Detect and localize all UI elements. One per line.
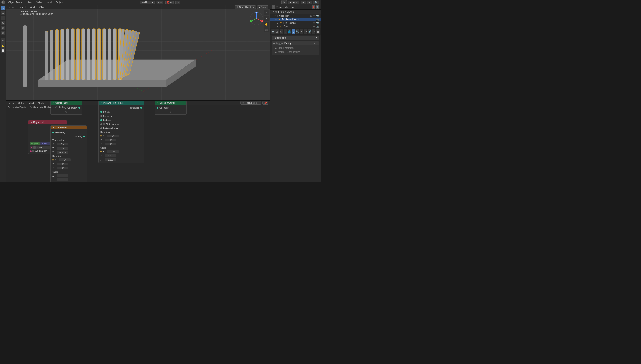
- scale-tool[interactable]: ⊡: [1, 26, 5, 30]
- camera-view[interactable]: 🎥: [264, 28, 269, 32]
- scale-x-field[interactable]: 1.000: [57, 174, 68, 177]
- search[interactable]: 🔍: [313, 1, 319, 4]
- collection-camera[interactable]: 📷: [316, 14, 319, 17]
- menu-view[interactable]: View: [26, 1, 33, 4]
- trans-z-field[interactable]: 0.34 m: [57, 151, 68, 154]
- output-attrs-expand[interactable]: ▶ Output Attributes: [273, 46, 317, 50]
- move-tool[interactable]: ✥: [1, 16, 5, 20]
- modifier-expand-icon[interactable]: ▶: [273, 42, 275, 44]
- snap-toggle[interactable]: 🧲 ∿: [165, 1, 173, 4]
- vp-select[interactable]: Select: [18, 6, 27, 8]
- annotate-tool[interactable]: ✏: [1, 38, 5, 43]
- dup-camera[interactable]: 📷: [316, 18, 319, 21]
- material-btn[interactable]: ⬤: [316, 29, 319, 34]
- cursor-tool[interactable]: ⊕: [1, 11, 5, 15]
- screen-layout[interactable]: ≡: [307, 1, 312, 4]
- rot-y-field[interactable]: 0°: [57, 162, 68, 165]
- spoke-camera[interactable]: 📷: [316, 25, 319, 28]
- breadcrumb-item-2[interactable]: Railing: [59, 106, 66, 109]
- viewport-gizmo[interactable]: Z X Y: [250, 12, 263, 25]
- physics-btn[interactable]: ⚙: [304, 29, 307, 34]
- proportional-edit[interactable]: ⊡: [175, 1, 180, 4]
- menu-add[interactable]: Add: [46, 1, 53, 4]
- internal-deps-expand[interactable]: ▶ Internal Dependencies: [273, 50, 317, 54]
- trans-y-field[interactable]: 0 m: [57, 147, 68, 150]
- menu-select[interactable]: Select: [35, 1, 44, 4]
- instance-on-points-node[interactable]: ▼ Instance on Points Instances Points: [98, 101, 144, 163]
- obj-remove-btn[interactable]: ×: [44, 146, 45, 149]
- iop-pick-checkbox[interactable]: [103, 123, 105, 125]
- add-cube-tool[interactable]: ⬜: [1, 48, 5, 53]
- original-btn[interactable]: Original: [30, 142, 40, 145]
- vp-view[interactable]: View: [8, 6, 15, 8]
- render-props-btn[interactable]: 📷: [271, 29, 274, 34]
- editor-type[interactable]: ⊞: [301, 1, 306, 4]
- rotate-tool[interactable]: ↻: [1, 21, 5, 25]
- iop-scale-y-field[interactable]: 1.000: [105, 154, 116, 157]
- zoom-in[interactable]: +: [264, 10, 269, 15]
- collection-item-spoke[interactable]: ▶ ▼ Spoke 👁 📷: [270, 25, 320, 28]
- pivot-mode[interactable]: ⊙ ▾: [157, 1, 163, 4]
- collection-item-duplicated-verts[interactable]: ▼ ▼ Duplicated Verts 👁 📷: [270, 18, 320, 21]
- engine-mode[interactable]: Object Mode: [7, 1, 23, 4]
- world-props-btn[interactable]: 🌐: [288, 29, 291, 34]
- gi-add-socket[interactable]: [65, 111, 67, 112]
- search-icon[interactable]: 🔍: [316, 6, 319, 9]
- transform-mode[interactable]: ⊕ Global ▾: [140, 1, 155, 4]
- modifier-render-icon[interactable]: 📷: [278, 42, 281, 44]
- go-add-socket[interactable]: [170, 111, 171, 112]
- viewport-shading[interactable]: ● ◑ □ □: [288, 1, 299, 4]
- svg-text:Z: Z: [256, 12, 257, 14]
- spoke-eye[interactable]: 👁: [313, 25, 315, 28]
- measure-tool[interactable]: 📐: [1, 43, 5, 48]
- viewport-3d[interactable]: View Select Add Object ⊙ Object Mode ▾ ●…: [6, 5, 270, 101]
- iop-scale-x-field[interactable]: 1.000: [107, 150, 119, 153]
- as-instance-checkbox[interactable]: [33, 150, 34, 152]
- iop-rot-x-field[interactable]: 0°: [107, 134, 119, 137]
- menu-object[interactable]: Object: [55, 1, 64, 4]
- breadcrumb: Duplicated Verts › ⊙ GeometryNodes › ⊙ R…: [8, 106, 66, 109]
- zoom-out[interactable]: −: [264, 16, 269, 21]
- data-props-btn[interactable]: 〰: [312, 29, 315, 34]
- add-modifier-btn[interactable]: Add Modifier ▾: [272, 36, 319, 40]
- collection-eye[interactable]: 👁: [313, 14, 315, 17]
- rot-z-field[interactable]: 0°: [57, 167, 68, 170]
- grab-tool[interactable]: ✋: [264, 22, 269, 27]
- fire-eye[interactable]: 👁: [313, 22, 315, 24]
- modifier-edit-icon[interactable]: ✏: [281, 42, 283, 44]
- iop-rot-z-field[interactable]: 0°: [105, 143, 116, 146]
- viewport-overlay[interactable]: Ⓞ: [281, 0, 287, 4]
- particles-btn[interactable]: ✦: [300, 29, 303, 34]
- modifier-delete-icon[interactable]: ×: [316, 42, 317, 44]
- dup-eye[interactable]: 👁: [313, 18, 315, 21]
- output-props-btn[interactable]: 🖨: [275, 29, 279, 34]
- node-editor[interactable]: View Select Add Node ⊙ Railing ⊡ ⊞ × 📌: [6, 101, 270, 182]
- view-layer-btn[interactable]: ⊞: [279, 29, 283, 34]
- modifier-copy-icon[interactable]: ⊞: [314, 42, 316, 44]
- relative-btn[interactable]: Relative: [41, 142, 50, 145]
- modifier-eye-icon[interactable]: 👁: [276, 42, 278, 44]
- transform-tool[interactable]: ⊞: [1, 31, 5, 36]
- vp-mode[interactable]: ⊙ Object Mode ▾: [235, 6, 256, 9]
- collection-checkbox[interactable]: ☑: [310, 14, 312, 17]
- rot-x-field[interactable]: 0°: [59, 158, 71, 161]
- vp-add[interactable]: Add: [29, 6, 36, 8]
- select-tool[interactable]: ↖: [1, 6, 5, 10]
- breadcrumb-item-1[interactable]: GeometryNodes: [33, 106, 52, 109]
- constraints-btn[interactable]: 🔗: [308, 29, 311, 34]
- iop-rot-y-field[interactable]: 0°: [105, 138, 116, 141]
- object-props-btn[interactable]: ◻: [292, 29, 295, 34]
- vp-object[interactable]: Object: [39, 6, 48, 8]
- pin-icon[interactable]: 📌: [312, 6, 315, 9]
- scene-props-btn[interactable]: ⊙: [284, 29, 287, 34]
- vp-viewport-shading[interactable]: ● ◑ □ □: [257, 6, 268, 9]
- collection-item-fire-escape[interactable]: ▶ ▼ Fire Escape 👁 📷: [270, 21, 320, 25]
- fire-camera[interactable]: 📷: [316, 22, 319, 24]
- scale-y-field[interactable]: 1.000: [57, 178, 68, 181]
- breadcrumb-item-0[interactable]: Duplicated Verts: [8, 106, 26, 109]
- group-output-node[interactable]: ▼ Group Output Geometry: [155, 101, 187, 115]
- transform-node[interactable]: ▼ Transform Geometry Geometry: [50, 125, 87, 182]
- trans-x-field[interactable]: 0 m: [57, 143, 68, 146]
- modifier-btn[interactable]: 🔧: [296, 29, 299, 34]
- iop-scale-z-field[interactable]: 1.000: [105, 158, 116, 161]
